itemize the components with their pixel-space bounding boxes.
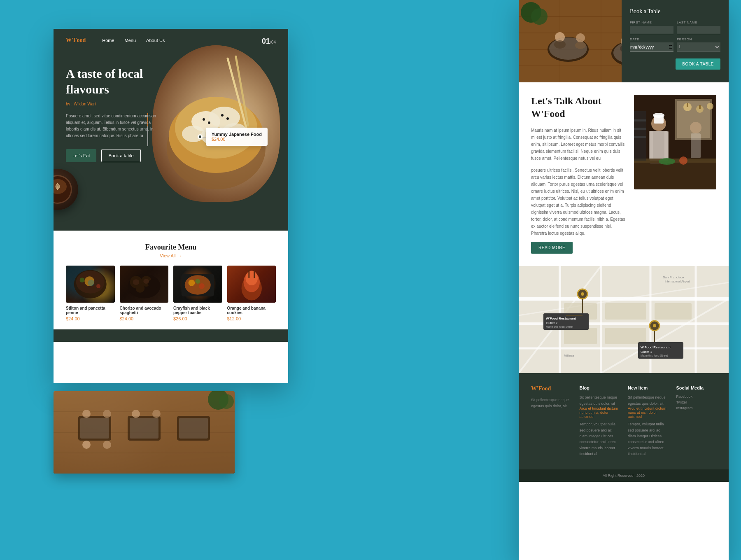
svg-point-11: [226, 117, 229, 120]
hero-buttons: Let's Eat Book a table: [66, 149, 169, 162]
last-name-group: LAST NAME: [677, 21, 720, 34]
arrow-right-icon: →: [177, 253, 182, 258]
menu-item-1-name: Stilton and pancetta penne: [66, 306, 115, 315]
menu-item-1-image: [66, 266, 115, 303]
svg-point-27: [148, 279, 158, 289]
svg-rect-104: [634, 119, 646, 121]
svg-text:Make this food Street: Make this food Street: [641, 354, 668, 357]
lets-eat-button[interactable]: Let's Eat: [66, 149, 96, 162]
svg-point-97: [690, 122, 701, 133]
dark-footer-strip: [54, 329, 288, 342]
svg-text:W'Food Restaurant: W'Food Restaurant: [641, 345, 671, 349]
read-more-button[interactable]: READ MORE: [531, 242, 573, 254]
svg-rect-50: [179, 418, 208, 439]
svg-rect-106: [634, 136, 646, 138]
svg-point-75: [554, 40, 566, 49]
hero-author: by : Wildan Wari: [66, 102, 169, 106]
svg-rect-122: [605, 328, 646, 344]
svg-rect-120: [655, 303, 692, 320]
last-name-input[interactable]: [677, 26, 720, 34]
svg-rect-96: [664, 131, 669, 160]
hero-title: A taste of local flavours: [66, 66, 169, 97]
talk-about-section: Let's Talk About W'Food Mauris nam at ip…: [519, 82, 729, 266]
footer-brand: W'Food Sit pellentesque neque egestas qu…: [531, 385, 571, 457]
kitchen-image: [634, 95, 716, 189]
svg-point-9: [208, 121, 210, 124]
coffee-latte: [54, 175, 72, 204]
svg-point-101: [659, 158, 675, 165]
date-input[interactable]: [630, 42, 673, 52]
nav-about[interactable]: About Us: [146, 38, 165, 43]
footer-instagram-link[interactable]: Instagram: [676, 406, 717, 410]
footer-description: Sit pellentesque neque egestas quis dolo…: [531, 397, 571, 409]
slide-counter: 01/04: [262, 37, 276, 46]
food-image-container: [152, 45, 280, 202]
first-name-label: FIRST NAME: [630, 21, 673, 24]
book-table-button-hero[interactable]: Book a table: [101, 149, 140, 162]
food-label-name: Yummy Japanese Food: [212, 132, 262, 137]
svg-point-127: [581, 292, 584, 296]
restaurant-top-image: Book a Table FIRST NAME LAST NAME DATE P…: [519, 0, 729, 82]
svg-rect-39: [248, 270, 249, 278]
svg-rect-48: [80, 418, 109, 439]
right-panel: Book a Table FIRST NAME LAST NAME DATE P…: [519, 0, 729, 560]
nav-home[interactable]: Home: [102, 38, 114, 43]
footer-new-item: New Item Sit pellentesque neque egestas …: [628, 385, 668, 457]
svg-point-55: [132, 410, 140, 418]
svg-rect-87: [687, 103, 688, 107]
site-footer: W'Food Sit pellentesque neque egestas qu…: [519, 373, 729, 469]
person-select[interactable]: 1 2 3 4+: [677, 42, 720, 51]
menu-item-4: Orange and banana cookies $12.00: [227, 266, 276, 321]
footer-facebook-link[interactable]: Facebook: [676, 394, 717, 399]
hero-navigation: W'Food Home Menu About Us 01/04: [54, 29, 288, 52]
svg-rect-105: [634, 128, 646, 130]
svg-text:Make this food Street: Make this food Street: [546, 325, 573, 328]
svg-point-29: [133, 279, 139, 285]
svg-text:San Francisco: San Francisco: [663, 275, 684, 279]
svg-point-135: [653, 324, 656, 327]
person-label: PERSON: [677, 37, 720, 41]
svg-point-28: [135, 284, 144, 293]
food-label-popup: Yummy Japanese Food $24.00: [206, 128, 268, 146]
nav-menu[interactable]: Menu: [125, 38, 136, 43]
footer-twitter-link[interactable]: Twitter: [676, 400, 717, 404]
svg-rect-40: [254, 271, 255, 278]
footer-new-item-link[interactable]: Arcu et tincidunt dictum nunc ut nisi, d…: [628, 406, 668, 419]
menu-item-2: Chorizo and avocado spaghetti $24.00: [120, 266, 169, 321]
svg-point-58: [219, 394, 234, 409]
date-person-row: DATE PERSON 1 2 3 4+: [630, 37, 720, 52]
svg-rect-95: [649, 131, 653, 160]
svg-point-56: [152, 410, 161, 418]
footer-social-title: Social Media: [676, 385, 717, 390]
footer-social: Social Media Facebook Twitter Instagram: [676, 385, 717, 457]
svg-point-21: [88, 280, 94, 286]
svg-text:Outlet 2: Outlet 2: [546, 321, 558, 325]
name-row: FIRST NAME LAST NAME: [630, 21, 720, 34]
svg-point-90: [707, 103, 713, 110]
menu-item-3-name: Crayfish and black pepper toastie: [173, 306, 222, 315]
hero-section: W'Food Home Menu About Us 01/04 A taste …: [54, 29, 288, 231]
food-label-dot: [198, 134, 203, 139]
svg-point-34: [199, 283, 205, 289]
footer-blog-link[interactable]: Arcu et tincidunt dictum nunc ut nisi, d…: [580, 406, 620, 419]
svg-point-102: [679, 156, 687, 165]
svg-point-51: [82, 410, 91, 418]
footer-logo: W'Food: [531, 385, 571, 392]
book-table-submit-button[interactable]: BOOK A TABLE: [676, 58, 720, 70]
talk-paragraph-1: Mauris nam at ipsum ipsum in. Risus null…: [531, 127, 626, 162]
svg-rect-121: [564, 328, 597, 344]
food-label-price: $24.00: [212, 137, 262, 142]
svg-point-77: [575, 42, 586, 49]
footer-blog-title: Blog: [580, 385, 620, 390]
view-all-link[interactable]: View All →: [66, 253, 276, 258]
talk-title: Let's Talk About W'Food: [531, 95, 626, 120]
first-name-input[interactable]: [630, 26, 673, 34]
talk-content: Let's Talk About W'Food Mauris nam at ip…: [531, 95, 626, 254]
svg-point-35: [195, 279, 200, 284]
menu-item-3-price: $26.00: [173, 316, 222, 321]
svg-text:International Airport: International Airport: [665, 280, 690, 283]
svg-point-22: [80, 278, 85, 282]
svg-text:Millbrae: Millbrae: [564, 354, 574, 357]
hero-content: A taste of local flavours by : Wildan Wa…: [66, 66, 169, 162]
svg-text:Outlet 1: Outlet 1: [641, 350, 652, 354]
